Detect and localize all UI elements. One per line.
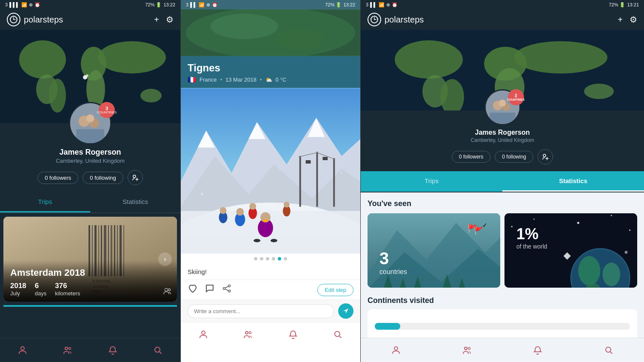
dot-6[interactable]: [284, 257, 287, 260]
svg-point-37: [168, 289, 171, 291]
svg-rect-64: [322, 157, 328, 160]
countries-badge-right: 3 COUNTRIES: [508, 89, 524, 105]
svg-point-39: [65, 347, 68, 350]
like-button[interactable]: [188, 283, 198, 296]
following-button-left[interactable]: 0 following: [83, 172, 123, 184]
nav-notifications-mid[interactable]: [271, 326, 316, 343]
countries-num-left: 3: [105, 106, 108, 111]
battery-right: 72% 🔋: [609, 2, 625, 8]
countries-num-right: 3: [515, 93, 517, 98]
svg-rect-130: [375, 323, 400, 330]
svg-point-5: [19, 40, 66, 79]
svg-point-67: [254, 239, 260, 242]
dot-2[interactable]: [260, 257, 263, 260]
separator-1: •: [220, 76, 222, 83]
svg-rect-60: [333, 158, 335, 206]
signal-icon-right: 3: [366, 2, 368, 7]
logo-left: polarsteps: [7, 13, 63, 26]
nav-notifications-left[interactable]: [90, 342, 135, 359]
edit-step-button[interactable]: Edit step: [317, 284, 353, 296]
dot-3[interactable]: [266, 257, 269, 260]
trip-card-bg: ETZVVNS S0548876 BAGS Amsterdam 2018 201…: [3, 217, 177, 302]
add-friend-button-left[interactable]: [128, 170, 143, 185]
svg-point-96: [514, 41, 607, 74]
profile-section-left: 3 COUNTRIES James Rogerson Camberley, Un…: [0, 123, 180, 192]
photo-dots: [181, 254, 360, 264]
nav-friends-mid[interactable]: [226, 326, 271, 343]
status-bar-right: 3 ▌▌ 📶 ⊕ ⏰ 72% 🔋 13:21: [361, 0, 644, 9]
countries-stats: 3 countries: [374, 244, 493, 281]
following-button-right[interactable]: 0 following: [495, 151, 533, 163]
flag-pin-2: 🚩: [467, 224, 477, 233]
nav-profile-mid[interactable]: [181, 326, 226, 343]
country-name: France: [199, 76, 217, 83]
world-card: 1% of the world: [504, 213, 637, 288]
followers-button-left[interactable]: 0 followers: [37, 172, 78, 184]
dot-1[interactable]: [254, 257, 257, 260]
svg-point-40: [69, 348, 71, 350]
step-date: 13 Mar 2018: [225, 76, 256, 83]
svg-point-84: [202, 331, 205, 334]
nav-notifications-right[interactable]: [502, 342, 573, 359]
nav-profile-right[interactable]: [361, 342, 432, 359]
svg-point-11: [86, 74, 88, 77]
svg-point-82: [223, 288, 225, 290]
comment-send-button[interactable]: [338, 303, 353, 319]
nav-search-right[interactable]: [573, 342, 644, 359]
wifi-icon: 📶: [21, 2, 27, 8]
svg-point-85: [245, 331, 248, 334]
user-name-left: James Rogerson: [59, 148, 121, 157]
tab-bar-left: Trips Statistics: [0, 192, 180, 213]
nav-friends-right[interactable]: [432, 342, 503, 359]
followers-button-right[interactable]: 0 followers: [452, 151, 490, 163]
svg-point-101: [499, 99, 506, 107]
trip-km: 376 kilometers: [55, 282, 80, 297]
svg-point-8: [98, 41, 166, 74]
add-button-right[interactable]: +: [618, 15, 623, 25]
trip-card-overlay: Amsterdam 2018 2018 July 6 days 376 kilo…: [3, 262, 177, 302]
svg-point-17: [133, 175, 136, 178]
svg-point-41: [155, 347, 160, 352]
follow-row-left: 0 followers 0 following: [37, 170, 143, 185]
tab-statistics-right[interactable]: Statistics: [502, 171, 644, 192]
alarm-icon-right: ⏰: [392, 2, 398, 8]
dot-4[interactable]: [272, 257, 275, 260]
weather-icon: ⛅: [265, 76, 272, 83]
tab-statistics-left[interactable]: Statistics: [90, 192, 180, 212]
svg-point-36: [165, 288, 168, 291]
alarm-icon: ⏰: [34, 2, 40, 8]
add-button-left[interactable]: +: [154, 15, 159, 25]
trip-people-icon: [163, 288, 172, 297]
signal-bars-right: ▌▌: [370, 2, 377, 7]
tab-trips-left[interactable]: Trips: [0, 192, 90, 212]
svg-rect-77: [263, 219, 268, 222]
comment-button[interactable]: [205, 283, 215, 296]
svg-point-38: [21, 347, 24, 350]
nav-friends-left[interactable]: [45, 342, 90, 359]
share-button[interactable]: [222, 283, 232, 296]
settings-button-right[interactable]: ⚙: [630, 14, 637, 25]
tab-trips-right[interactable]: Trips: [361, 171, 502, 192]
comment-input[interactable]: [188, 304, 334, 318]
trip-chevron-left[interactable]: ›: [158, 252, 172, 266]
nav-search-mid[interactable]: [316, 326, 361, 343]
add-friend-button-right[interactable]: [538, 149, 553, 164]
bottom-nav-right: [361, 338, 644, 362]
svg-point-125: [578, 256, 600, 286]
nav-search-left[interactable]: [135, 342, 180, 359]
trip-card-left[interactable]: ETZVVNS S0548876 BAGS Amsterdam 2018 201…: [3, 217, 177, 302]
svg-point-126: [603, 263, 621, 286]
avatar-wrapper-left: 3 COUNTRIES: [69, 102, 111, 144]
follow-row-right: 0 followers 0 following: [452, 149, 553, 164]
world-stats: 1% of the world: [511, 220, 630, 255]
trip-meta-left: 2018 July 6 days 376 kilometers: [10, 282, 170, 297]
status-left: 3 ▌▌▌ 📶 ⊕ ⏰: [5, 2, 40, 8]
country-flag: 🇫🇷: [188, 76, 196, 84]
dot-5-active[interactable]: [278, 257, 281, 260]
settings-button-left[interactable]: ⚙: [166, 14, 174, 25]
nav-profile-left[interactable]: [0, 342, 45, 359]
bottom-nav-mid: [181, 322, 360, 346]
wifi-icon-mid: 📶: [199, 2, 205, 8]
svg-point-133: [468, 348, 470, 350]
svg-point-78: [201, 193, 203, 195]
